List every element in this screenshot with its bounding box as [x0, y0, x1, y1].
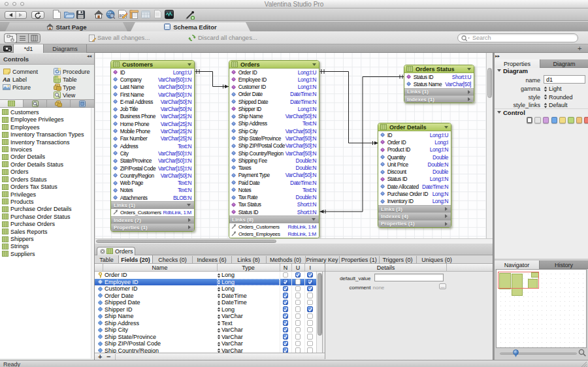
svg-text:Aa: Aa [3, 76, 10, 82]
